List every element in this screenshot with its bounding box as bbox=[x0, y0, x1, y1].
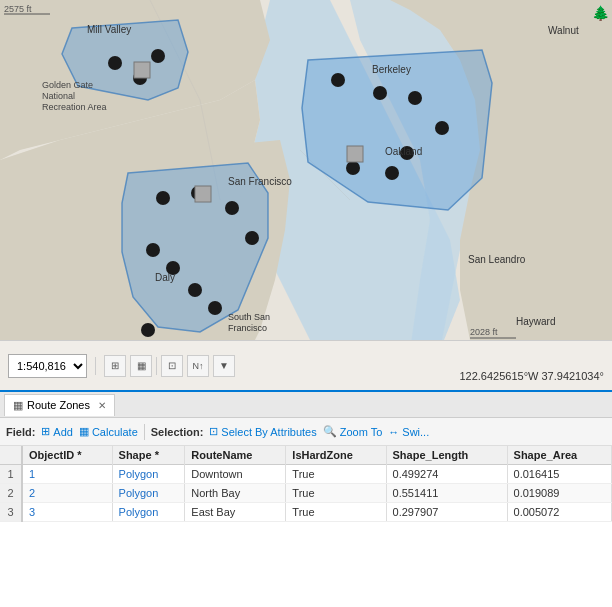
svg-point-19 bbox=[156, 191, 170, 205]
svg-point-25 bbox=[188, 283, 202, 297]
table-row[interactable]: 3 3 Polygon East Bay True 0.297907 0.005… bbox=[0, 503, 612, 522]
add-icon: ⊞ bbox=[41, 425, 50, 438]
svg-point-17 bbox=[385, 166, 399, 180]
cell-shape: Polygon bbox=[112, 484, 185, 503]
route-zones-tab[interactable]: ▦ Route Zones ✕ bbox=[4, 394, 115, 416]
svg-text:Berkeley: Berkeley bbox=[372, 64, 411, 75]
svg-text:🌲: 🌲 bbox=[592, 5, 610, 22]
svg-text:Golden Gate: Golden Gate bbox=[42, 80, 93, 90]
map-north-icon[interactable]: N↑ bbox=[187, 355, 209, 377]
svg-text:San Francisco: San Francisco bbox=[228, 176, 292, 187]
tab-label: Route Zones bbox=[27, 399, 90, 411]
calculate-icon: ▦ bbox=[79, 425, 89, 438]
tab-close-icon[interactable]: ✕ bbox=[98, 400, 106, 411]
svg-point-21 bbox=[225, 201, 239, 215]
col-shape[interactable]: Shape * bbox=[112, 446, 185, 465]
switch-button[interactable]: ↔ Swi... bbox=[388, 426, 429, 438]
cell-objectid: 2 bbox=[22, 484, 112, 503]
cell-ishardzone: True bbox=[286, 484, 386, 503]
cell-routename: Downtown bbox=[185, 465, 286, 484]
cell-ishardzone: True bbox=[286, 465, 386, 484]
table-row[interactable]: 2 2 Polygon North Bay True 0.551411 0.01… bbox=[0, 484, 612, 503]
zoom-to-button[interactable]: 🔍 Zoom To bbox=[323, 425, 383, 438]
row-num-cell: 3 bbox=[0, 503, 22, 522]
row-num-cell: 2 bbox=[0, 484, 22, 503]
cell-shape-area: 0.019089 bbox=[507, 484, 611, 503]
table-panel: ▦ Route Zones ✕ Field: ⊞ Add ▦ Calculate… bbox=[0, 390, 612, 607]
svg-point-15 bbox=[435, 121, 449, 135]
svg-point-13 bbox=[373, 86, 387, 100]
cell-ishardzone: True bbox=[286, 503, 386, 522]
svg-point-26 bbox=[208, 301, 222, 315]
svg-point-12 bbox=[331, 73, 345, 87]
map-grid-icon[interactable]: ⊞ bbox=[104, 355, 126, 377]
svg-point-14 bbox=[408, 91, 422, 105]
map-container[interactable]: Mill Valley Berkeley Oakland San Francis… bbox=[0, 0, 612, 390]
svg-rect-29 bbox=[134, 62, 150, 78]
toolbar-sep-3 bbox=[144, 424, 145, 440]
map-select-icon[interactable]: ⊡ bbox=[161, 355, 183, 377]
table-body: 1 1 Polygon Downtown True 0.499274 0.016… bbox=[0, 465, 612, 522]
svg-rect-30 bbox=[195, 186, 211, 202]
add-button[interactable]: ⊞ Add bbox=[41, 425, 73, 438]
svg-text:National: National bbox=[42, 91, 75, 101]
svg-text:Daly: Daly bbox=[155, 272, 175, 283]
svg-text:2028 ft: 2028 ft bbox=[470, 327, 498, 337]
table-row[interactable]: 1 1 Polygon Downtown True 0.499274 0.016… bbox=[0, 465, 612, 484]
scale-bar: 1:540,816 ⊞ ▦ ⊡ N↑ ▼ 122.6425615°W 37.94… bbox=[0, 340, 612, 390]
scale-selector[interactable]: 1:540,816 bbox=[8, 354, 87, 378]
svg-point-9 bbox=[108, 56, 122, 70]
selection-label: Selection: bbox=[151, 426, 204, 438]
svg-point-22 bbox=[245, 231, 259, 245]
tab-bar: ▦ Route Zones ✕ bbox=[0, 392, 612, 418]
coordinates-display: 122.6425615°W 37.9421034° bbox=[459, 370, 604, 382]
svg-point-18 bbox=[346, 161, 360, 175]
select-attrs-icon: ⊡ bbox=[209, 425, 218, 438]
col-row-num bbox=[0, 446, 22, 465]
svg-point-27 bbox=[141, 323, 155, 337]
cell-shape: Polygon bbox=[112, 465, 185, 484]
toolbar-sep-2 bbox=[156, 357, 157, 375]
svg-text:Francisco: Francisco bbox=[228, 323, 267, 333]
cell-shape-length: 0.499274 bbox=[386, 465, 507, 484]
toolbar-icons: ⊞ ▦ ⊡ N↑ ▼ bbox=[104, 355, 235, 377]
cell-shape-area: 0.005072 bbox=[507, 503, 611, 522]
select-by-attributes-button[interactable]: ⊡ Select By Attributes bbox=[209, 425, 316, 438]
svg-text:South San: South San bbox=[228, 312, 270, 322]
zoom-icon: 🔍 bbox=[323, 425, 337, 438]
cell-shape: Polygon bbox=[112, 503, 185, 522]
svg-text:Hayward: Hayward bbox=[516, 316, 555, 327]
col-shape-length[interactable]: Shape_Length bbox=[386, 446, 507, 465]
cell-objectid: 1 bbox=[22, 465, 112, 484]
switch-icon: ↔ bbox=[388, 426, 399, 438]
cell-shape-length: 0.551411 bbox=[386, 484, 507, 503]
attribute-table[interactable]: ObjectID * Shape * RouteName IsHardZone … bbox=[0, 446, 612, 607]
calculate-button[interactable]: ▦ Calculate bbox=[79, 425, 138, 438]
field-label: Field: bbox=[6, 426, 35, 438]
col-shape-area[interactable]: Shape_Area bbox=[507, 446, 611, 465]
map-svg: Mill Valley Berkeley Oakland San Francis… bbox=[0, 0, 612, 390]
attr-toolbar: Field: ⊞ Add ▦ Calculate Selection: ⊡ Se… bbox=[0, 418, 612, 446]
svg-text:2575 ft: 2575 ft bbox=[4, 4, 32, 14]
svg-text:Oakland: Oakland bbox=[385, 146, 422, 157]
map-dropdown-icon[interactable]: ▼ bbox=[213, 355, 235, 377]
cell-objectid: 3 bbox=[22, 503, 112, 522]
svg-text:Mill Valley: Mill Valley bbox=[87, 24, 131, 35]
row-num-cell: 1 bbox=[0, 465, 22, 484]
table-header-row: ObjectID * Shape * RouteName IsHardZone … bbox=[0, 446, 612, 465]
svg-text:San Leandro: San Leandro bbox=[468, 254, 526, 265]
svg-point-10 bbox=[151, 49, 165, 63]
cell-shape-area: 0.016415 bbox=[507, 465, 611, 484]
col-objectid[interactable]: ObjectID * bbox=[22, 446, 112, 465]
svg-rect-31 bbox=[347, 146, 363, 162]
map-table-icon[interactable]: ▦ bbox=[130, 355, 152, 377]
svg-text:Walnut: Walnut bbox=[548, 25, 579, 36]
cell-routename: East Bay bbox=[185, 503, 286, 522]
cell-routename: North Bay bbox=[185, 484, 286, 503]
svg-point-23 bbox=[146, 243, 160, 257]
col-ishardzone[interactable]: IsHardZone bbox=[286, 446, 386, 465]
toolbar-sep-1 bbox=[95, 357, 96, 375]
svg-text:Recreation Area: Recreation Area bbox=[42, 102, 107, 112]
cell-shape-length: 0.297907 bbox=[386, 503, 507, 522]
col-routename[interactable]: RouteName bbox=[185, 446, 286, 465]
